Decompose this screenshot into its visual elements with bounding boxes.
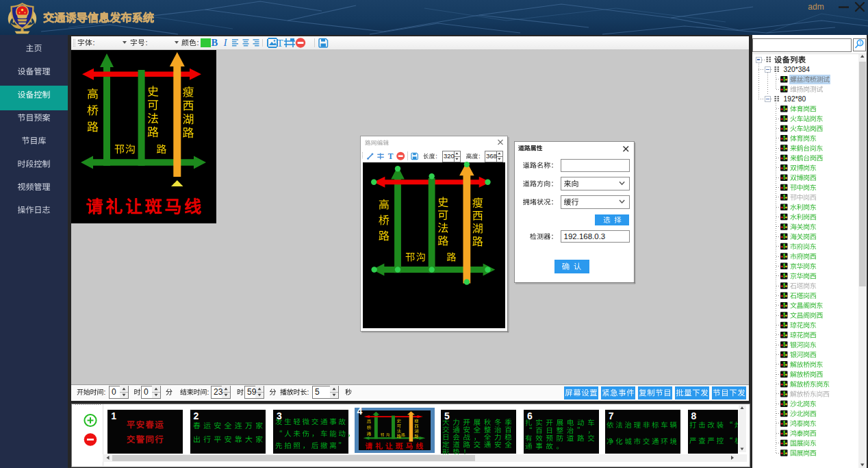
svg-text:4: 4 [357, 406, 363, 417]
svg-text:5: 5 [315, 387, 320, 397]
svg-text:B: B [211, 37, 218, 48]
svg-text:0: 0 [144, 387, 149, 397]
svg-text:368: 368 [486, 152, 497, 160]
svg-text::: : [197, 38, 199, 47]
svg-text::: : [478, 153, 481, 160]
svg-text:0: 0 [112, 387, 116, 397]
svg-text:23: 23 [214, 387, 223, 397]
svg-text:320*384: 320*384 [784, 66, 810, 73]
svg-text:8: 8 [691, 410, 697, 421]
svg-text:adm: adm [808, 2, 824, 12]
svg-text:1: 1 [111, 410, 116, 421]
svg-text:192.168.0.3: 192.168.0.3 [564, 232, 606, 241]
svg-text:6: 6 [527, 410, 533, 421]
svg-text::: : [207, 389, 209, 396]
svg-text:5: 5 [444, 410, 450, 421]
svg-text:T: T [277, 38, 283, 49]
svg-text:7: 7 [609, 410, 614, 421]
svg-text:3: 3 [277, 410, 282, 421]
svg-text:320: 320 [444, 152, 455, 160]
svg-text:3: 3 [859, 40, 862, 45]
svg-text::: : [93, 38, 95, 47]
svg-text:59: 59 [247, 387, 257, 397]
svg-text:T: T [388, 152, 394, 160]
svg-text:192*80: 192*80 [784, 95, 806, 103]
svg-text:2: 2 [194, 410, 199, 421]
svg-text::: : [307, 389, 309, 396]
svg-text::: : [146, 38, 148, 47]
svg-text::: : [104, 389, 106, 396]
svg-text::: : [435, 153, 437, 160]
